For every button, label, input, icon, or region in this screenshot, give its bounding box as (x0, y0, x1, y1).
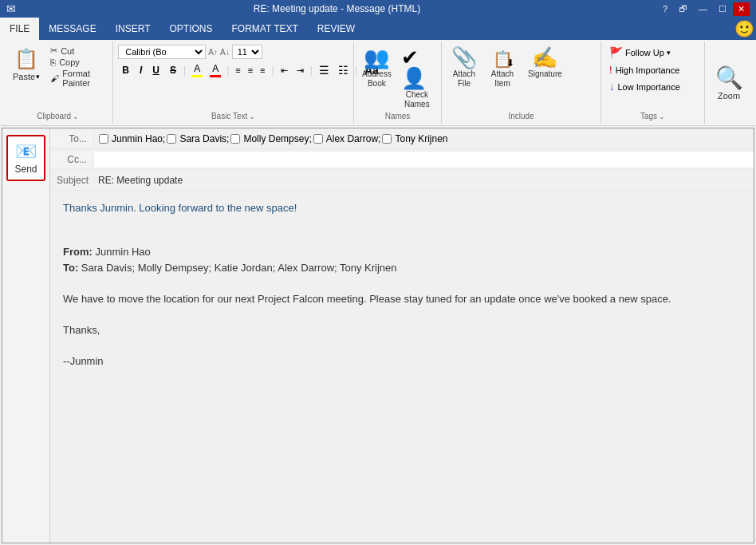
font-size-select[interactable]: 11 (232, 45, 262, 59)
format-painter-button[interactable]: 🖌 Format Painter (48, 68, 108, 89)
follow-up-button[interactable]: 🚩 Follow Up ▾ (606, 45, 699, 61)
align-left-button[interactable]: ≡ (232, 64, 243, 77)
indent-increase-button[interactable]: ⇥ (293, 64, 307, 77)
font-color-button[interactable]: A (207, 61, 223, 79)
basic-text-label: Basic Text (211, 112, 247, 120)
cut-button[interactable]: ✂ Cut (48, 45, 108, 57)
tab-review[interactable]: REVIEW (308, 18, 364, 40)
font-grow-icon[interactable]: A↑ (208, 48, 218, 57)
to-row: To... Junmin Hao; Sara Davis; Molly D (50, 128, 754, 149)
window-title: RE: Meeting update - Message (HTML) (16, 3, 658, 14)
paste-dropdown-icon[interactable]: ▾ (36, 73, 40, 81)
clipboard-label: Clipboard (37, 112, 71, 120)
molly-checkbox[interactable] (230, 134, 240, 144)
app-icon: ✉ (6, 2, 16, 15)
recipient-junmin[interactable]: Junmin Hao; (99, 133, 165, 144)
from-label: From: (63, 246, 95, 258)
high-importance-button[interactable]: ! High Importance (606, 62, 699, 77)
email-compose-area: 📧 Send To... Junmin Hao; (2, 128, 754, 543)
font-family-select[interactable]: Calibri (Bo (118, 45, 206, 59)
bullets-button[interactable]: ☰ (316, 62, 333, 78)
body-text: We have to move the location for our nex… (63, 291, 741, 307)
clipboard-sub-actions: ✂ Cut ⎘ Copy 🖌 Format Painter (48, 45, 108, 89)
send-button[interactable]: 📧 Send (6, 135, 45, 181)
address-book-button[interactable]: 👥 AddressBook (359, 45, 395, 91)
to-line: To: Sara Davis; Molly Dempsey; Katie Jor… (63, 260, 741, 276)
strikethrough-button[interactable]: S (166, 62, 180, 78)
align-center-button[interactable]: ≡ (245, 64, 256, 77)
names-group: 👥 AddressBook ✔👤 CheckNames Names (354, 41, 442, 124)
recipient-molly[interactable]: Molly Dempsey; (230, 133, 311, 144)
follow-up-dropdown[interactable]: ▾ (667, 49, 671, 57)
cc-row: Cc... (50, 149, 754, 170)
check-names-button[interactable]: ✔👤 CheckNames (398, 45, 436, 112)
close-button[interactable]: ✕ (733, 2, 750, 16)
zoom-button[interactable]: 🔍 Zoom (709, 45, 750, 120)
junmin-checkbox[interactable] (99, 134, 108, 144)
to-label2: To: (63, 262, 81, 274)
highlight-button[interactable]: A (189, 61, 205, 79)
tags-expand-icon[interactable]: ⌄ (659, 113, 665, 120)
tab-insert[interactable]: INSERT (106, 18, 160, 40)
signature-button[interactable]: ✍ Signature (523, 45, 567, 81)
tab-file[interactable]: FILE (0, 18, 39, 40)
italic-button[interactable]: I (136, 62, 146, 78)
include-group: 📎 AttachFile 📋 ⬇ AttachItem ✍ Signature … (442, 41, 601, 124)
recipient-alex[interactable]: Alex Darrow; (313, 133, 381, 144)
restore-button[interactable]: 🗗 (674, 2, 692, 16)
zoom-group: 🔍 Zoom (705, 41, 753, 124)
tab-options[interactable]: OPTIONS (160, 18, 222, 40)
check-names-icon: ✔👤 (401, 47, 433, 89)
send-label: Send (14, 164, 37, 175)
follow-up-icon: 🚩 (609, 46, 623, 59)
to-value: Sara Davis; Molly Dempsey; Katie Jordan;… (81, 262, 397, 274)
low-importance-button[interactable]: ↓ Low Importance (606, 79, 699, 94)
cc-button[interactable]: Cc... (50, 152, 94, 168)
indent-decrease-button[interactable]: ⇤ (278, 64, 291, 77)
highlight-icon: A (194, 63, 200, 74)
recipient-sara[interactable]: Sara Davis; (167, 133, 229, 144)
recipient-tony[interactable]: Tony Krijnen (382, 133, 447, 144)
email-body[interactable]: Thanks Junmin. Looking forward to the ne… (50, 191, 754, 543)
smiley-icon: 🙂 (733, 18, 756, 40)
sep1: | (183, 65, 186, 76)
help-button[interactable]: ? (658, 2, 672, 16)
underline-button[interactable]: U (148, 62, 163, 78)
to-button[interactable]: To... (50, 131, 94, 147)
include-label: Include (508, 112, 534, 120)
to-field[interactable]: Junmin Hao; Sara Davis; Molly Dempsey; (94, 132, 754, 146)
paste-button[interactable]: 📋 Paste ▾ (8, 45, 45, 83)
subject-value[interactable]: RE: Meeting update (95, 172, 186, 188)
address-book-icon: 👥 (364, 47, 389, 68)
zoom-icon: 🔍 (715, 65, 743, 91)
clipboard-expand-icon[interactable]: ⌄ (73, 113, 79, 120)
from-line: From: Junmin Hao (63, 244, 741, 260)
basic-text-group: Calibri (Bo A↑ A↓ 11 B I U S | A A (113, 41, 354, 124)
copy-button[interactable]: ⎘ Copy (48, 57, 108, 68)
font-shrink-icon[interactable]: A↓ (220, 48, 230, 57)
attach-item-button[interactable]: 📋 ⬇ AttachItem (485, 45, 520, 91)
alex-checkbox[interactable] (313, 134, 323, 144)
sara-checkbox[interactable] (167, 134, 176, 144)
bold-button[interactable]: B (118, 62, 133, 78)
align-right-button[interactable]: ≡ (257, 64, 268, 77)
reply-text: Thanks Junmin. Looking forward to the ne… (63, 200, 741, 216)
minimize-button[interactable]: — (694, 2, 712, 16)
copy-icon: ⎘ (50, 57, 56, 67)
tony-checkbox[interactable] (382, 134, 392, 144)
zoom-label: Zoom (718, 91, 740, 101)
highlight-color-bar (191, 75, 203, 77)
maximize-button[interactable]: ☐ (714, 2, 731, 16)
font-color-bar (210, 75, 221, 77)
tab-format-text[interactable]: FORMAT TEXT (222, 18, 308, 40)
cut-icon: ✂ (50, 45, 57, 56)
molly-label: Molly Dempsey; (243, 133, 311, 144)
basic-text-expand-icon[interactable]: ⌄ (249, 113, 255, 120)
numbering-button[interactable]: ☷ (335, 62, 352, 78)
from-value: Junmin Hao (95, 246, 150, 258)
tags-label: Tags (640, 112, 657, 120)
tab-message[interactable]: MESSAGE (39, 18, 105, 40)
cc-field[interactable] (94, 152, 754, 168)
attach-file-button[interactable]: 📎 AttachFile (447, 45, 482, 91)
format-painter-icon: 🖌 (50, 73, 59, 83)
